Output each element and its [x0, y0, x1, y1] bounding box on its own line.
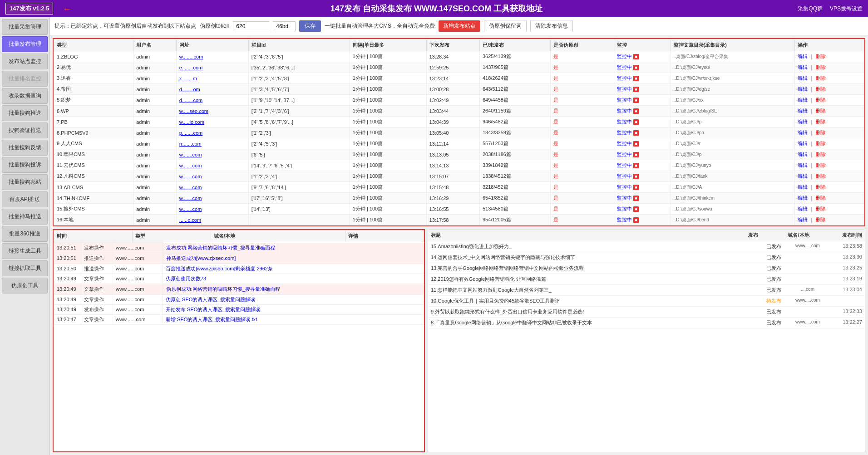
- edit-action[interactable]: 编辑: [798, 108, 808, 113]
- monitor-icon[interactable]: ■: [633, 217, 638, 223]
- cell-monitor[interactable]: 监控中 ■: [614, 84, 671, 95]
- log-detail[interactable]: 百度推送成功[www.zjxseo.com]剩余额度 2962条: [163, 264, 424, 274]
- cell-monitor[interactable]: 监控中 ■: [614, 106, 671, 117]
- monitor-icon[interactable]: ■: [633, 196, 638, 201]
- edit-action[interactable]: 编辑: [798, 217, 808, 222]
- cell-monitor[interactable]: 监控中 ■: [614, 149, 671, 160]
- cell-monitor[interactable]: 监控中 ■: [614, 215, 671, 225]
- pub-title[interactable]: 9.外贸以获取跑纯形式有什么样_外贸出口信用卡业务应用软件是必选!: [431, 308, 762, 315]
- edit-action[interactable]: 编辑: [798, 75, 808, 81]
- sidebar-item-13[interactable]: 链接生成工具: [2, 243, 48, 259]
- sidebar-item-12[interactable]: 批量360推送: [2, 226, 48, 242]
- monitor-link[interactable]: 监控中: [617, 86, 632, 93]
- sidebar-item-11[interactable]: 批量神马推送: [2, 209, 48, 225]
- cell-monitor[interactable]: 监控中 ■: [614, 193, 671, 204]
- monitor-link[interactable]: 监控中: [617, 129, 632, 136]
- log-detail[interactable]: 伪原创 SEO的诱人课区_搜索量问题解读: [163, 294, 424, 304]
- del-action[interactable]: 删除: [816, 195, 826, 201]
- cell-monitor[interactable]: 监控中 ■: [614, 138, 671, 149]
- token-input[interactable]: [233, 21, 269, 31]
- cell-monitor[interactable]: 监控中 ■: [614, 51, 671, 62]
- monitor-icon[interactable]: ■: [633, 108, 638, 114]
- sidebar-item-0[interactable]: 批量采集管理: [2, 19, 48, 35]
- monitor-link[interactable]: 监控中: [617, 97, 632, 103]
- save-button[interactable]: 保存: [299, 20, 321, 32]
- monitor-icon[interactable]: ■: [633, 76, 638, 81]
- monitor-link[interactable]: 监控中: [617, 205, 632, 212]
- monitor-icon[interactable]: ■: [633, 185, 638, 190]
- sidebar-item-15[interactable]: 伪原创工具: [2, 278, 48, 294]
- edit-action[interactable]: 编辑: [798, 184, 808, 190]
- cell-monitor[interactable]: 监控中 ■: [614, 204, 671, 215]
- sidebar-item-10[interactable]: 百度API推送: [2, 191, 48, 207]
- cell-monitor[interactable]: 监控中 ■: [614, 160, 671, 171]
- sidebar-item-8[interactable]: 批量搜狗投诉: [2, 157, 48, 173]
- edit-action[interactable]: 编辑: [798, 97, 808, 103]
- edit-action[interactable]: 编辑: [798, 173, 808, 179]
- edit-action[interactable]: 编辑: [798, 162, 808, 168]
- monitor-icon[interactable]: ■: [633, 119, 638, 125]
- del-action[interactable]: 删除: [816, 173, 826, 179]
- log-detail[interactable]: 新增 SEO的诱人课区_搜索量问题解读.txt: [163, 314, 424, 324]
- monitor-icon[interactable]: ■: [633, 141, 638, 147]
- sidebar-item-7[interactable]: 批量搜狗反馈: [2, 140, 48, 156]
- log-detail[interactable]: 发布成功:网络营销的吸睛坏习惯_搜寻量准确面程: [163, 243, 278, 253]
- monitor-icon[interactable]: ■: [633, 163, 638, 168]
- monitor-link[interactable]: 监控中: [617, 173, 632, 180]
- edit-action[interactable]: 编辑: [798, 152, 808, 157]
- del-action[interactable]: 删除: [816, 54, 826, 59]
- monitor-link[interactable]: 监控中: [617, 216, 632, 223]
- monitor-icon[interactable]: ■: [633, 152, 638, 157]
- monitor-icon[interactable]: ■: [633, 174, 638, 179]
- sidebar-item-1[interactable]: 批量发布管理: [2, 36, 48, 52]
- edit-action[interactable]: 编辑: [798, 86, 808, 92]
- sidebar-item-9[interactable]: 批量搜狗邦站: [2, 174, 48, 190]
- pub-title[interactable]: 8.「真量意Google网络营销」从Google中翻译中文网站非已被收录于文本: [431, 319, 762, 326]
- del-action[interactable]: 删除: [816, 108, 826, 113]
- monitor-icon[interactable]: ■: [633, 130, 638, 136]
- log-detail[interactable]: 伪原创成功:网络营销的吸睛坏习惯_搜寻量准确面程: [163, 284, 283, 294]
- pub-title[interactable]: 11.怎样能把中文网站努力做到Google大自然名列第三_: [431, 287, 762, 294]
- pub-title[interactable]: 14.运网信套技术_中文网站网络营销关键字的隐藏与强化技术细节: [431, 254, 762, 261]
- log-detail[interactable]: 伪原创使用次数73: [163, 274, 424, 284]
- monitor-icon[interactable]: ■: [633, 87, 638, 92]
- log-detail[interactable]: 神马推送成功[www.zjxseo.com]: [163, 253, 239, 264]
- del-action[interactable]: 删除: [816, 97, 826, 103]
- monitor-link[interactable]: 监控中: [617, 195, 632, 201]
- pub-title[interactable]: 15.Amazonlisting强化进上加强好力_: [431, 243, 762, 250]
- cell-monitor[interactable]: 监控中 ■: [614, 117, 671, 127]
- cell-monitor[interactable]: 监控中 ■: [614, 62, 671, 73]
- log-detail[interactable]: 开始发布 SEO的诱人课区_搜索量问题解读: [163, 304, 424, 314]
- clear-info-button[interactable]: 清除发布信息: [530, 20, 573, 32]
- fake-keep-button[interactable]: 伪原创保留词: [484, 20, 527, 32]
- sidebar-item-6[interactable]: 搜狗验证推送: [2, 122, 48, 138]
- monitor-link[interactable]: 监控中: [617, 64, 632, 71]
- del-action[interactable]: 删除: [816, 141, 826, 146]
- qq-group-link[interactable]: 采集QQ群: [798, 5, 823, 13]
- edit-action[interactable]: 编辑: [798, 54, 808, 59]
- cell-monitor[interactable]: 监控中 ■: [614, 95, 671, 106]
- del-action[interactable]: 删除: [816, 75, 826, 81]
- pub-title[interactable]: 12.2019怎样有效Google网络营销强化 让互网络滥篇: [431, 276, 762, 283]
- del-action[interactable]: 删除: [816, 152, 826, 157]
- cell-monitor[interactable]: 监控中 ■: [614, 182, 671, 193]
- vps-setting-link[interactable]: VPS拨号设置: [830, 5, 863, 13]
- edit-action[interactable]: 编辑: [798, 130, 808, 135]
- del-action[interactable]: 删除: [816, 119, 826, 124]
- new-site-button[interactable]: 新增发布站点: [439, 20, 480, 32]
- cell-monitor[interactable]: 监控中 ■: [614, 73, 671, 84]
- del-action[interactable]: 删除: [816, 130, 826, 135]
- monitor-icon[interactable]: ■: [633, 98, 638, 103]
- del-action[interactable]: 删除: [816, 206, 826, 211]
- monitor-link[interactable]: 监控中: [617, 184, 632, 191]
- pub-title[interactable]: 13.完善的合乎Google网络网络营销网络营销中文网站的检验业务流程: [431, 265, 762, 272]
- pub-title[interactable]: 10.Google优化工具｜实用且免费的45款谷歌SEO工具测评: [431, 298, 762, 304]
- del-action[interactable]: 删除: [816, 86, 826, 92]
- monitor-link[interactable]: 监控中: [617, 140, 632, 147]
- del-action[interactable]: 删除: [816, 217, 826, 222]
- cell-monitor[interactable]: 监控中 ■: [614, 127, 671, 138]
- edit-action[interactable]: 编辑: [798, 119, 808, 124]
- monitor-icon[interactable]: ■: [633, 54, 638, 59]
- sidebar-item-2[interactable]: 发布站点监控: [2, 54, 48, 69]
- monitor-link[interactable]: 监控中: [617, 53, 632, 60]
